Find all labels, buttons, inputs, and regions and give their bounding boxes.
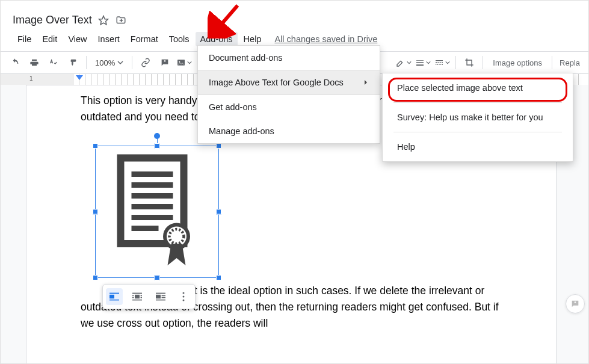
menu-insert[interactable]: Insert (93, 32, 125, 46)
border-style-icon[interactable] (434, 54, 451, 71)
rotate-handle[interactable] (154, 133, 160, 139)
border-weight-icon[interactable] (415, 54, 431, 71)
wrap-text-button[interactable] (129, 288, 146, 305)
resize-handle-s[interactable] (155, 275, 160, 280)
resize-handle-sw[interactable] (93, 275, 98, 280)
menubar: File Edit View Insert Format Tools Add-o… (13, 32, 377, 46)
wrap-inline-button[interactable] (106, 288, 123, 305)
submenu-place-above[interactable]: Place selected image above text (383, 73, 573, 102)
svg-rect-9 (132, 226, 159, 231)
svg-marker-0 (99, 16, 108, 24)
svg-point-29 (182, 300, 184, 301)
resize-handle-e[interactable] (216, 209, 221, 215)
svg-rect-7 (132, 204, 173, 209)
addons-submenu: Place selected image above text Survey: … (382, 73, 573, 162)
menu-view[interactable]: View (63, 32, 91, 46)
crop-icon[interactable] (461, 54, 478, 71)
svg-point-2 (179, 61, 180, 63)
resize-handle-w[interactable] (93, 209, 98, 215)
chevron-right-icon (363, 79, 369, 85)
menu-edit[interactable]: Edit (37, 32, 62, 46)
menu-help[interactable]: Help (239, 32, 267, 46)
svg-point-27 (182, 292, 184, 294)
star-icon[interactable] (98, 15, 109, 26)
menu-addons[interactable]: Add-ons (196, 32, 238, 46)
menu-tools[interactable]: Tools (164, 32, 194, 46)
image-options-button[interactable]: Image options (488, 58, 547, 67)
document-certificate-icon (110, 153, 203, 271)
border-color-icon[interactable] (395, 54, 412, 71)
selected-image[interactable] (95, 146, 219, 278)
paint-format-icon[interactable] (64, 54, 81, 71)
resize-handle-n[interactable] (155, 143, 160, 149)
image-icon[interactable] (176, 54, 193, 71)
margin-left-marker[interactable] (76, 75, 83, 80)
link-icon[interactable] (137, 54, 154, 71)
menu-item-get-addons[interactable]: Get add-ons (198, 95, 380, 119)
svg-rect-6 (132, 193, 173, 199)
menu-item-document-addons[interactable]: Document add-ons (198, 46, 380, 70)
comment-icon[interactable] (156, 54, 173, 71)
replace-image-button[interactable]: Repla (557, 58, 582, 67)
svg-rect-4 (132, 171, 173, 177)
svg-point-28 (182, 296, 184, 298)
menu-item-image-above-text[interactable]: Image Above Text for Google Docs (198, 70, 380, 94)
spellcheck-icon[interactable] (45, 54, 62, 71)
print-icon[interactable] (26, 54, 43, 71)
add-comment-button[interactable] (566, 294, 585, 313)
save-status[interactable]: All changes saved in Drive (274, 34, 377, 44)
svg-rect-23 (156, 295, 161, 298)
menu-file[interactable]: File (13, 32, 36, 46)
resize-handle-ne[interactable] (216, 143, 221, 149)
document-title[interactable]: Image Over Text (13, 14, 92, 26)
zoom-select[interactable]: 100% (91, 58, 127, 67)
image-wrap-toolbar (102, 284, 196, 309)
svg-rect-8 (132, 215, 173, 220)
submenu-help[interactable]: Help (383, 132, 573, 161)
resize-handle-se[interactable] (216, 275, 221, 280)
svg-rect-5 (132, 182, 173, 188)
svg-line-30 (218, 5, 238, 28)
svg-rect-16 (135, 295, 140, 298)
move-to-folder-icon[interactable] (115, 15, 127, 26)
addons-dropdown: Document add-ons Image Above Text for Go… (197, 45, 380, 144)
menu-item-manage-addons[interactable]: Manage add-ons (198, 119, 380, 143)
resize-handle-nw[interactable] (93, 143, 98, 149)
undo-icon[interactable] (7, 54, 23, 71)
submenu-survey[interactable]: Survey: Help us make it better for you (383, 103, 573, 132)
svg-rect-13 (109, 295, 114, 298)
more-options-icon[interactable] (175, 288, 192, 305)
wrap-break-button[interactable] (152, 288, 169, 305)
menu-format[interactable]: Format (126, 32, 163, 46)
